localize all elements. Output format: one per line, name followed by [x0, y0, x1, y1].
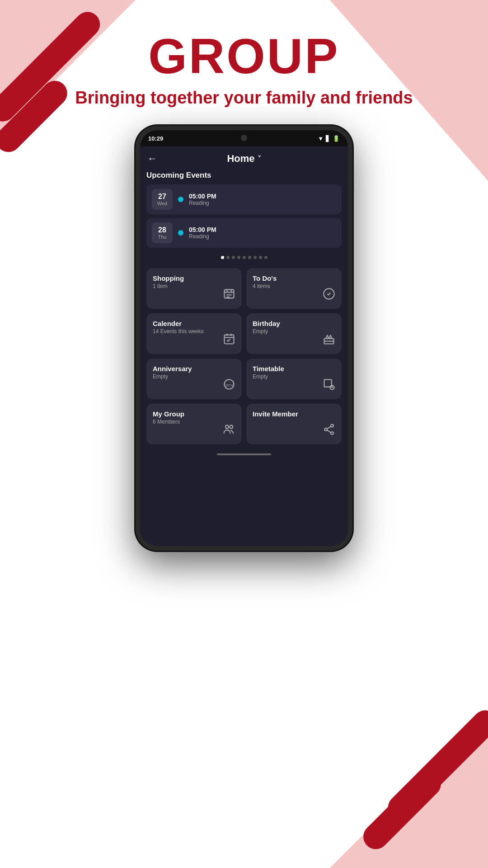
timetable-icon	[323, 378, 335, 394]
event-date-box-0: 27 Wed	[152, 189, 173, 210]
svg-point-22	[331, 432, 333, 434]
status-icons: ▼ ▋ 🔋	[318, 135, 340, 142]
svg-point-23	[324, 428, 327, 431]
svg-point-21	[331, 425, 333, 427]
invite-card[interactable]: Invite Member	[246, 404, 342, 444]
birthday-card[interactable]: Birthday Empty	[246, 313, 342, 354]
event-card-0[interactable]: 27 Wed 05:00 PM Reading	[146, 184, 342, 214]
event-info-0: 05:00 PM Reading	[189, 193, 216, 206]
todos-card[interactable]: To Do's 4 items	[246, 268, 342, 309]
phone-device: 10:29 ▼ ▋ 🔋 ← Home ˅ Upcoming Events	[136, 126, 352, 551]
svg-rect-7	[225, 335, 234, 344]
event-day-1: 28	[158, 226, 166, 234]
event-info-1: 05:00 PM Reading	[189, 226, 216, 240]
svg-text:25TH: 25TH	[225, 384, 233, 387]
app-screen: ← Home ˅ Upcoming Events 27 Wed 05:00 PM	[140, 146, 348, 546]
camera-dot	[241, 135, 247, 141]
nav-title-text: Home	[227, 153, 254, 165]
wifi-icon: ▼	[318, 135, 324, 142]
event-weekday-0: Wed	[157, 201, 167, 206]
dot-5	[248, 256, 251, 259]
todos-icon	[323, 288, 335, 303]
timetable-card[interactable]: Timetable Empty	[246, 359, 342, 399]
status-bar: 10:29 ▼ ▋ 🔋	[140, 130, 348, 146]
phone-wrapper: 10:29 ▼ ▋ 🔋 ← Home ˅ Upcoming Events	[0, 126, 488, 551]
event-name-1: Reading	[189, 233, 216, 240]
anniversary-icon: 25TH	[223, 378, 235, 394]
dot-4	[243, 256, 246, 259]
event-dot-1	[178, 230, 183, 236]
svg-point-19	[225, 425, 229, 429]
back-button[interactable]: ←	[147, 153, 157, 165]
event-day-0: 27	[158, 193, 166, 201]
header-title: GROUP	[0, 27, 488, 85]
dot-1	[226, 256, 230, 259]
event-name-0: Reading	[189, 200, 216, 206]
invite-icon	[323, 423, 335, 439]
event-time-1: 05:00 PM	[189, 226, 216, 233]
shopping-card[interactable]: Shopping 1 item	[146, 268, 242, 309]
chevron-down-icon: ˅	[258, 155, 261, 163]
calendar-icon	[223, 333, 235, 349]
carousel-dots	[140, 251, 348, 264]
calendar-card[interactable]: Calender 14 Events this weeks	[146, 313, 242, 354]
mygroup-icon	[222, 423, 235, 439]
event-dot-0	[178, 197, 183, 202]
feature-grid: Shopping 1 item To Do's 4 items	[140, 264, 348, 449]
signal-icon: ▋	[326, 135, 330, 142]
anniversary-card[interactable]: Anniversary Empty 25TH	[146, 359, 242, 399]
upcoming-events-title: Upcoming Events	[146, 171, 342, 180]
dot-7	[259, 256, 262, 259]
birthday-icon	[323, 333, 335, 349]
home-bar	[140, 449, 348, 458]
svg-line-24	[327, 426, 331, 429]
event-time-0: 05:00 PM	[189, 193, 216, 200]
dot-2	[232, 256, 235, 259]
power-button	[351, 198, 352, 225]
battery-icon: 🔋	[333, 135, 340, 142]
header-subtitle: Bringing together your family and friend…	[0, 88, 488, 108]
volume-up-button	[136, 184, 137, 203]
event-date-box-1: 28 Thu	[152, 222, 173, 243]
invite-label: Invite Member	[253, 410, 335, 419]
upcoming-events-section: Upcoming Events 27 Wed 05:00 PM Reading …	[140, 171, 348, 248]
volume-down-button	[136, 209, 137, 227]
shopping-icon	[223, 288, 235, 303]
svg-line-25	[327, 430, 331, 432]
dot-8	[264, 256, 267, 259]
nav-title: Home ˅	[227, 153, 261, 165]
home-bar-line	[217, 453, 271, 455]
status-time: 10:29	[148, 135, 163, 142]
dot-3	[237, 256, 240, 259]
dot-6	[253, 256, 257, 259]
header-section: GROUP Bringing together your family and …	[0, 0, 488, 108]
mygroup-card[interactable]: My Group 6 Members	[146, 404, 242, 444]
dot-0	[221, 256, 224, 259]
svg-point-20	[230, 425, 233, 429]
event-weekday-1: Thu	[158, 234, 167, 240]
event-card-1[interactable]: 28 Thu 05:00 PM Reading	[146, 218, 342, 248]
app-nav: ← Home ˅	[140, 146, 348, 171]
